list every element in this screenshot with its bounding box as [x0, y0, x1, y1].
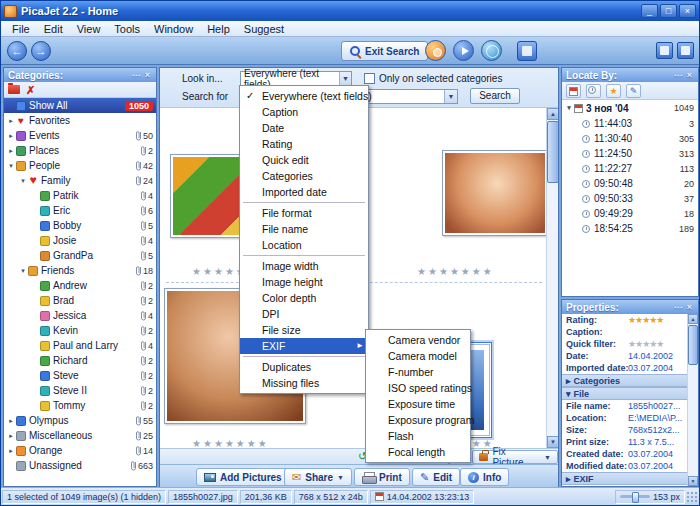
menu-item-categories[interactable]: Categories [240, 168, 368, 184]
exit-search-button[interactable]: Exit Search [341, 41, 428, 61]
category-item-orange[interactable]: ▸Orange14 [4, 443, 156, 458]
layout-icon[interactable] [656, 42, 673, 59]
expander-icon[interactable]: ▾ [6, 162, 16, 170]
expander-icon[interactable]: ▸ [6, 447, 16, 455]
thumbnails-scrollbar[interactable]: ▲ ▼ [546, 108, 558, 448]
menu-item-quick-edit[interactable]: Quick edit [240, 152, 368, 168]
time-group-row[interactable]: 09:50:3337 [562, 191, 698, 206]
submenu-item-focal-length[interactable]: Focal length [366, 444, 470, 460]
properties-section-categories[interactable]: ▸Categories [562, 374, 698, 387]
expander-icon[interactable]: ▸ [6, 417, 16, 425]
expander-icon[interactable]: ▾ [18, 267, 28, 275]
share-button[interactable]: ✉Share▼ [284, 468, 352, 486]
scrollbar-thumb[interactable] [688, 325, 698, 365]
menubar-item-file[interactable]: File [5, 21, 37, 36]
add-pictures-button[interactable]: Add Pictures [196, 468, 290, 486]
category-item-places[interactable]: ▸Places2 [4, 143, 156, 158]
time-group-row[interactable]: 09:50:4820 [562, 176, 698, 191]
menu-item-file-name[interactable]: File name [240, 221, 368, 237]
search-button[interactable]: Search [470, 88, 520, 104]
back-button[interactable]: ← [7, 41, 27, 61]
category-item-unassigned[interactable]: Unassigned663 [4, 458, 156, 473]
category-item-steve-ii[interactable]: Steve II2 [4, 383, 156, 398]
menubar-item-window[interactable]: Window [147, 21, 200, 36]
menu-item-file-size[interactable]: File size [240, 322, 368, 338]
menu-item-duplicates[interactable]: Duplicates [240, 359, 368, 375]
menu-item-dpi[interactable]: DPI [240, 306, 368, 322]
category-item-kevin[interactable]: Kevin2 [4, 323, 156, 338]
thumbnail-portrait-1[interactable] [442, 150, 548, 236]
category-item-favorites[interactable]: ▸♥Favorites [4, 113, 156, 128]
submenu-item-exposure-program[interactable]: Exposure program [366, 412, 470, 428]
time-group-row[interactable]: 18:54:25189 [562, 221, 698, 236]
resize-grip-icon[interactable] [686, 491, 698, 503]
clock-icon[interactable] [586, 84, 601, 98]
scroll-down-icon[interactable]: ▼ [547, 436, 558, 448]
submenu-item-f-number[interactable]: F-number [366, 364, 470, 380]
forward-button[interactable]: → [31, 41, 51, 61]
expander-icon[interactable]: ▾ [564, 104, 574, 112]
menubar-item-view[interactable]: View [70, 21, 108, 36]
category-item-andrew[interactable]: Andrew2 [4, 278, 156, 293]
menu-item-color-depth[interactable]: Color depth [240, 290, 368, 306]
category-item-people[interactable]: ▾People42 [4, 158, 156, 173]
category-item-olympus[interactable]: ▸Olympus55 [4, 413, 156, 428]
info-button[interactable]: iInfo [460, 468, 509, 486]
panel-close-icon[interactable]: × [685, 302, 694, 312]
menu-item-date[interactable]: Date [240, 120, 368, 136]
expander-icon[interactable]: ▸ [566, 474, 571, 484]
category-item-brad[interactable]: Brad2 [4, 293, 156, 308]
time-group-row[interactable]: 11:30:40305 [562, 131, 698, 146]
time-group-row[interactable]: 11:44:033 [562, 116, 698, 131]
category-item-family[interactable]: ▾♥Family24 [4, 173, 156, 188]
edit-button[interactable]: ✎Edit [412, 468, 460, 486]
menubar-item-tools[interactable]: Tools [107, 21, 147, 36]
submenu-item-camera-vendor[interactable]: Camera vendor [366, 332, 470, 348]
category-item-grandpa[interactable]: GrandPa5 [4, 248, 156, 263]
expander-icon[interactable]: ▸ [6, 132, 16, 140]
time-group-row[interactable]: 11:24:50313 [562, 146, 698, 161]
category-item-bobby[interactable]: Bobby5 [4, 218, 156, 233]
look-in-dropdown[interactable]: Everywhere (text fields) ▼ [240, 71, 352, 86]
panel-close-icon[interactable]: × [685, 70, 694, 80]
menu-item-everywhere-text-fields[interactable]: ✓Everywhere (text fields) [240, 88, 368, 104]
panel-close-icon[interactable]: × [143, 70, 152, 80]
category-item-events[interactable]: ▸Events50 [4, 128, 156, 143]
only-selected-checkbox[interactable] [364, 73, 375, 84]
category-item-jessica[interactable]: Jessica4 [4, 308, 156, 323]
panel-menu-icon[interactable]: ⋯ [672, 70, 685, 80]
star-filter-icon[interactable]: ★ [606, 84, 621, 98]
slideshow-icon[interactable] [453, 40, 474, 61]
category-item-josie[interactable]: Josie4 [4, 233, 156, 248]
calendar-icon[interactable] [566, 84, 581, 98]
properties-scrollbar[interactable]: ▲ ▼ [687, 314, 698, 486]
menu-item-location[interactable]: Location [240, 237, 368, 253]
view-mode-icon[interactable] [677, 42, 694, 59]
submenu-item-exposure-time[interactable]: Exposure time [366, 396, 470, 412]
submenu-item-camera-model[interactable]: Camera model [366, 348, 470, 364]
rating-stars[interactable]: ★★★★★★★ [417, 266, 494, 277]
camera-icon[interactable] [425, 40, 446, 61]
menu-item-imported-date[interactable]: Imported date [240, 184, 368, 200]
menubar-item-edit[interactable]: Edit [37, 21, 70, 36]
expander-icon[interactable]: ▸ [6, 147, 16, 155]
expander-icon[interactable]: ▸ [6, 117, 16, 125]
fix-picture-button[interactable]: Fix Picture... ▼ [472, 450, 558, 464]
category-item-show-all[interactable]: Show All1050 [4, 98, 156, 113]
menu-item-image-width[interactable]: Image width [240, 258, 368, 274]
expander-icon[interactable]: ▾ [18, 177, 28, 185]
menubar-item-suggest[interactable]: Suggest [237, 21, 291, 36]
category-item-steve[interactable]: Steve2 [4, 368, 156, 383]
menu-item-image-height[interactable]: Image height [240, 274, 368, 290]
category-item-paul-and-larry[interactable]: Paul and Larry4 [4, 338, 156, 353]
pencil-icon[interactable]: ✎ [626, 84, 641, 98]
panel-menu-icon[interactable]: ⋯ [130, 70, 143, 80]
minimize-button[interactable]: _ [641, 4, 658, 18]
web-icon[interactable] [481, 40, 502, 61]
delete-category-icon[interactable]: ✗ [26, 85, 35, 95]
category-item-tommy[interactable]: Tommy2 [4, 398, 156, 413]
submenu-item-flash[interactable]: Flash [366, 428, 470, 444]
zoom-slider[interactable] [620, 495, 650, 498]
print-button[interactable]: Print [354, 468, 410, 486]
category-item-richard[interactable]: Richard2 [4, 353, 156, 368]
